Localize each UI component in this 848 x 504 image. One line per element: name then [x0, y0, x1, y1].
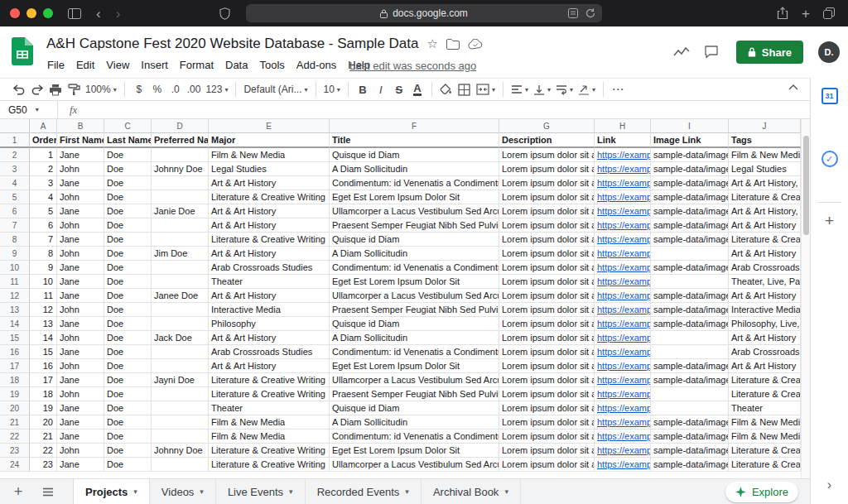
get-addons-icon[interactable]: + [825, 212, 834, 230]
row-header-24[interactable]: 24 [0, 458, 30, 472]
new-tab-icon[interactable]: + [802, 7, 810, 21]
cell-A3[interactable]: 2 [30, 162, 57, 176]
menu-edit[interactable]: Edit [70, 57, 100, 73]
star-icon[interactable]: ☆ [426, 36, 437, 51]
cell-H4[interactable]: https://exampl [595, 176, 651, 190]
row-header-6[interactable]: 6 [0, 204, 30, 218]
cell-C3[interactable]: Doe [104, 162, 152, 176]
cell-E4[interactable]: Art & Art History [209, 176, 330, 190]
cell-G9[interactable]: Lorem ipsum dolor sit ar [499, 247, 595, 261]
cell-E9[interactable]: Art & Art History [209, 247, 330, 261]
cell-J3[interactable]: Legal Studies [729, 162, 801, 176]
cell-C22[interactable]: Doe [104, 430, 152, 444]
cell-D19[interactable] [152, 387, 209, 401]
cell-B20[interactable]: Jane [57, 401, 104, 415]
select-all-corner[interactable] [0, 119, 30, 133]
cell-C20[interactable]: Doe [104, 401, 152, 415]
address-bar[interactable]: docs.google.com [246, 4, 602, 22]
increase-decimal-button[interactable]: .00 [185, 80, 204, 98]
cell-J10[interactable]: Arab Crossroads S [729, 261, 801, 275]
cell-H23[interactable]: https://exampl [595, 444, 651, 458]
sheet-tab-videos[interactable]: Videos▾ [150, 479, 216, 504]
cell-G16[interactable]: Lorem ipsum dolor sit ar [499, 345, 595, 359]
vertical-scrollbar-thumb[interactable] [803, 136, 809, 235]
vertical-align-button[interactable]: ▾ [531, 80, 553, 98]
cell-J18[interactable]: Literature & Creati [729, 373, 801, 387]
row-header-22[interactable]: 22 [0, 430, 30, 444]
cell-B4[interactable]: Jane [57, 176, 104, 190]
cell-I16[interactable] [651, 345, 729, 359]
cell-G19[interactable]: Lorem ipsum dolor sit ar [499, 387, 595, 401]
cell-D23[interactable]: Johnny Doe [152, 444, 209, 458]
cell-A17[interactable]: 16 [30, 359, 57, 373]
row-header-13[interactable]: 13 [0, 303, 30, 317]
cell-A14[interactable]: 13 [30, 317, 57, 331]
cell-F17[interactable]: Eget Est Lorem Ipsum Dolor Sit [330, 359, 499, 373]
cell-D5[interactable] [152, 190, 209, 204]
cell-H3[interactable]: https://exampl [595, 162, 651, 176]
cell-C16[interactable]: Doe [104, 345, 152, 359]
cell-J19[interactable]: Literature & Creati [729, 387, 801, 401]
cell-F20[interactable]: Quisque id Diam [330, 401, 499, 415]
cell-E5[interactable]: Literature & Creative Writing [209, 190, 330, 204]
cell-A2[interactable]: 1 [30, 148, 57, 162]
cell-B18[interactable]: Jane [57, 373, 104, 387]
horizontal-align-button[interactable]: ▾ [508, 80, 531, 98]
row-header-5[interactable]: 5 [0, 190, 30, 204]
cell-I11[interactable] [651, 275, 729, 289]
bold-button[interactable]: B [354, 80, 372, 98]
cell-D16[interactable] [152, 345, 209, 359]
print-icon[interactable] [46, 80, 65, 98]
cell-I18[interactable]: sample-data/images [651, 373, 729, 387]
cell-A23[interactable]: 22 [30, 444, 57, 458]
cell-F24[interactable]: Ullamcorper a Lacus Vestibulum Sed Arcu [330, 458, 499, 472]
column-header-G[interactable]: G [499, 119, 595, 133]
cell-E17[interactable]: Art & Art History [209, 359, 330, 373]
cell-D15[interactable]: Jack Doe [152, 331, 209, 345]
more-toolbar-icon[interactable]: ⋯ [609, 80, 627, 98]
cell-H13[interactable]: https://exampl [595, 303, 651, 317]
cell-J9[interactable]: Art & Art History [729, 247, 801, 261]
cell-B5[interactable]: John [57, 190, 104, 204]
cell-H1[interactable]: Link [595, 133, 651, 148]
text-color-button[interactable]: A [408, 80, 426, 98]
cell-F15[interactable]: A Diam Sollicitudin [330, 331, 499, 345]
cell-G17[interactable]: Lorem ipsum dolor sit ar [499, 359, 595, 373]
document-title[interactable]: A&H Capstone Fest 2020 Website Database … [46, 36, 418, 52]
cell-J20[interactable]: Theater [729, 401, 801, 415]
cell-G11[interactable]: Lorem ipsum dolor sit ar [499, 275, 595, 289]
cell-D7[interactable] [152, 218, 209, 233]
cell-F2[interactable]: Quisque id Diam [330, 148, 499, 162]
cell-B14[interactable]: Jane [57, 317, 104, 331]
cell-H15[interactable]: https://exampl [595, 331, 651, 345]
cell-A22[interactable]: 21 [30, 430, 57, 444]
cell-G2[interactable]: Lorem ipsum dolor sit ar [499, 148, 595, 162]
cell-H19[interactable]: https://exampl [595, 387, 651, 401]
cell-A8[interactable]: 7 [30, 233, 57, 247]
column-header-E[interactable]: E [209, 119, 330, 133]
cell-H10[interactable]: https://exampl [595, 261, 651, 275]
cell-G3[interactable]: Lorem ipsum dolor sit ar [499, 162, 595, 176]
cell-C15[interactable]: Doe [104, 331, 152, 345]
cell-E21[interactable]: Film & New Media [209, 415, 330, 430]
cell-H22[interactable]: https://exampl [595, 430, 651, 444]
cell-H7[interactable]: https://exampl [595, 218, 651, 233]
cell-E8[interactable]: Literature & Creative Writing [209, 233, 330, 247]
cell-C1[interactable]: Last Name [104, 133, 152, 148]
cell-F18[interactable]: Ullamcorper a Lacus Vestibulum Sed Arcu [330, 373, 499, 387]
italic-button[interactable]: I [372, 80, 390, 98]
cell-J12[interactable]: Art & Art History [729, 289, 801, 303]
cell-I22[interactable]: sample-data/images [651, 430, 729, 444]
cell-H18[interactable]: https://exampl [595, 373, 651, 387]
cell-B12[interactable]: Jane [57, 289, 104, 303]
fullscreen-window-button[interactable] [43, 8, 53, 18]
cell-H20[interactable]: https://exampl [595, 401, 651, 415]
close-window-button[interactable] [10, 8, 20, 18]
row-header-11[interactable]: 11 [0, 275, 30, 289]
hide-side-panel-icon[interactable]: › [827, 478, 831, 492]
cell-C10[interactable]: Doe [104, 261, 152, 275]
sheet-tab-archival-book[interactable]: Archival Book▾ [422, 479, 521, 504]
cell-J15[interactable]: Art & Art History [729, 331, 801, 345]
cell-C17[interactable]: Doe [104, 359, 152, 373]
cell-H11[interactable]: https://exampl [595, 275, 651, 289]
